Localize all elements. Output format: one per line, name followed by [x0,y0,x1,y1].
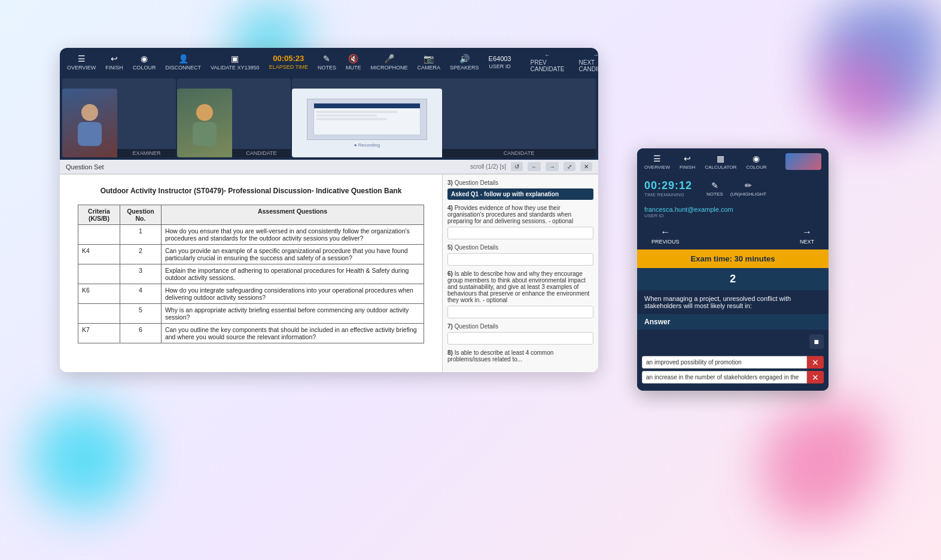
qs-toolbar: Question Set scroll (1/2) [s] ↺ ← → ⤢ ✕ [60,160,598,174]
toolbar-microphone[interactable]: 🎤 MICROPHONE [371,54,408,71]
toolbar-speakers[interactable]: 🔊 SPEAKERS [450,54,479,71]
table-row: K7 6 Can you outline the key components … [78,324,424,343]
col-qno: Question No. [120,205,161,225]
cell-criteria [78,225,120,245]
ep-email: francesca.hunt@example.com [644,206,821,213]
candidate1-avatar [187,99,223,147]
toolbar-overview[interactable]: ☰ OVERVIEW [67,54,96,71]
table-row: 1 How do you ensure that you are well-ve… [78,225,424,245]
ep-calculator-btn[interactable]: ▦ CALCULATOR [705,154,736,170]
examiner-label: EXAMINER [117,149,176,157]
ep-notes-btn[interactable]: ✎ NOTES [706,181,723,197]
question-doc: Outdoor Activity Instructor (ST0479)- Pr… [60,175,442,355]
cell-criteria: K4 [78,245,120,264]
q6-input[interactable] [447,306,593,318]
q3-filled-answer: Asked Q1 - follow up with explanation [447,188,593,200]
answer-remove-1[interactable]: ✕ [807,356,824,369]
cell-qno: 1 [120,225,161,245]
screen-feed: ● Recording CANDIDATE [292,78,596,157]
ep-add-answer-btn[interactable]: ■ [809,334,824,349]
ep-question-text: When managing a project, unresolved conf… [637,290,829,314]
qs-next-btn[interactable]: → [546,162,559,171]
candidate1-video [177,89,232,157]
qs-expand-btn[interactable]: ⤢ [564,162,575,171]
q4-label: 4) Provides evidence of how they use the… [447,205,593,224]
cell-criteria: K7 [78,324,120,343]
answer-remove-2[interactable]: ✕ [807,371,824,384]
doc-title: Outdoor Activity Instructor (ST0479)- Pr… [78,187,424,195]
ep-question-number: 2 [637,268,829,290]
answer-text-1: an improved possibility of promotion [642,356,807,369]
qs-scroll: scroll (1/2) [s] [470,163,506,170]
candidate1-label: CANDIDATE [232,149,291,157]
answer-text-2: an increase in the number of stakeholder… [642,371,807,384]
toolbar-notes[interactable]: ✎ NOTES [318,54,336,71]
q8-label: 8) Is able to describe at least 4 common… [447,349,593,363]
decorative-blob-pink-br [762,404,881,524]
toolbar-camera[interactable]: 📷 CAMERA [418,54,441,71]
toolbar-validate[interactable]: ▣ VALIDATE XY13850 [211,54,260,71]
toolbar-disconnect[interactable]: 👤 DISCONNECT [165,54,201,71]
svg-point-0 [81,104,98,121]
ep-exam-time-banner: Exam time: 30 minutes [637,249,829,268]
cell-criteria [78,304,120,324]
ep-nav-section: ← PREVIOUS → NEXT [637,222,829,249]
cell-question: Why is an appropriate activity briefing … [161,304,424,324]
next-candidate-btn[interactable]: → NEXT CANDIDATE [579,51,598,72]
q5-input[interactable] [447,253,593,266]
ep-next-icon: → [802,227,812,238]
toolbar-colour[interactable]: ◉ COLOUR [133,54,156,71]
screen-label: CANDIDATE [442,149,596,157]
ep-answer-header: Answer [637,314,829,330]
ep-time-label: TIME REMAINING [644,192,692,197]
ep-notes-icon: ✎ [711,181,718,190]
validate-icon: ▣ [231,54,239,63]
qs-prev-btn[interactable]: ← [528,162,541,171]
toolbar-finish[interactable]: ↩ FINISH [105,54,123,71]
ep-colour-icon: ◉ [753,154,760,163]
ep-unhighlight-btn[interactable]: ✏ (UN)HIGHLIGHT [730,181,766,197]
decorative-blob-blue [821,0,941,120]
ep-colour-btn[interactable]: ◉ COLOUR [746,154,766,170]
prev-candidate-btn[interactable]: ← PREV CANDIDATE [531,51,565,72]
q5-section: 5) Question Details [447,244,593,266]
ep-finish-btn[interactable]: ↩ FINISH [680,154,695,170]
disconnect-icon: 👤 [178,54,188,63]
ep-overview-btn[interactable]: ☰ OVERVIEW [644,154,670,170]
examiner-feed: EXAMINER [62,78,176,157]
toolbar-mute[interactable]: 🔇 MUTE [346,54,361,71]
ep-next-btn[interactable]: → NEXT [800,227,814,245]
col-questions: Assessment Questions [161,205,424,225]
screen-share: ● Recording [292,89,442,157]
q6-label: 6) Is able to describe how and why they … [447,270,593,303]
q7-input[interactable] [447,332,593,345]
cell-qno: 2 [120,245,161,264]
assessment-table: Criteria (K/S/B) Question No. Assessment… [78,205,424,343]
speakers-icon: 🔊 [459,54,470,63]
qs-close-btn[interactable]: ✕ [580,162,592,171]
decorative-blob-pink [815,48,905,138]
right-panel: 3) Question Details Asked Q1 - follow up… [443,175,598,372]
content-area: Outdoor Activity Instructor (ST0479)- Pr… [60,174,598,372]
qs-reset-btn[interactable]: ↺ [511,162,523,171]
ep-user-id-label: USER ID [644,213,821,218]
decorative-blob-cyan [30,404,138,512]
q4-input[interactable] [447,227,593,239]
q8-section: 8) Is able to describe at least 4 common… [447,349,593,363]
examiner-video [62,89,117,157]
col-criteria: Criteria (K/S/B) [78,205,120,225]
ep-answer-area: ■ an improved possibility of promotion ✕… [637,330,829,391]
q3-section: 3) Question Details Asked Q1 - follow up… [447,179,593,200]
left-panel: Outdoor Activity Instructor (ST0479)- Pr… [60,175,443,372]
cell-question: How do you ensure that you are well-vers… [161,225,424,245]
ep-prev-btn[interactable]: ← PREVIOUS [651,227,680,245]
table-row: 5 Why is an appropriate activity briefin… [78,304,424,324]
ep-actions: ✎ NOTES ✏ (UN)HIGHLIGHT [706,181,766,197]
cell-question: Explain the importance of adhering to op… [161,264,424,284]
q7-section: 7) Question Details [447,323,593,345]
qs-label: Question Set [66,163,104,171]
candidate1-feed: CANDIDATE [177,78,291,157]
ep-finish-icon: ↩ [684,154,691,163]
colour-icon: ◉ [141,54,148,63]
q4-section: 4) Provides evidence of how they use the… [447,205,593,239]
